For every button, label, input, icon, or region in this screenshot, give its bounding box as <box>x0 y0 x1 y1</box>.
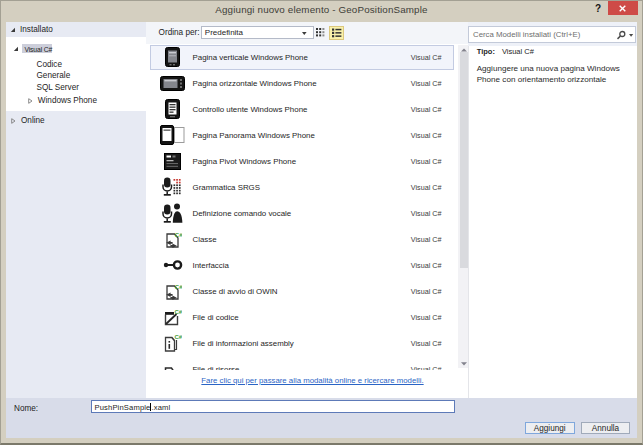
svg-text:C#: C# <box>175 309 183 315</box>
svg-text:C#: C# <box>175 334 183 340</box>
svg-text:C#: C# <box>175 283 182 289</box>
svg-text:C#: C# <box>175 231 182 237</box>
